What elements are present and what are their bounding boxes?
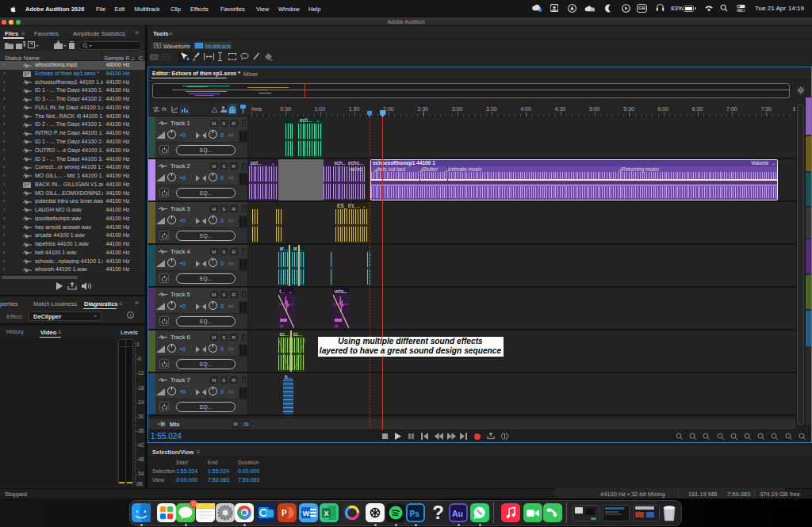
svg-text:X: X bbox=[324, 509, 329, 517]
svg-text:Ps: Ps bbox=[410, 509, 420, 517]
svg-text:W: W bbox=[303, 509, 310, 517]
svg-text:P: P bbox=[282, 509, 287, 517]
svg-text:Au: Au bbox=[452, 508, 463, 517]
